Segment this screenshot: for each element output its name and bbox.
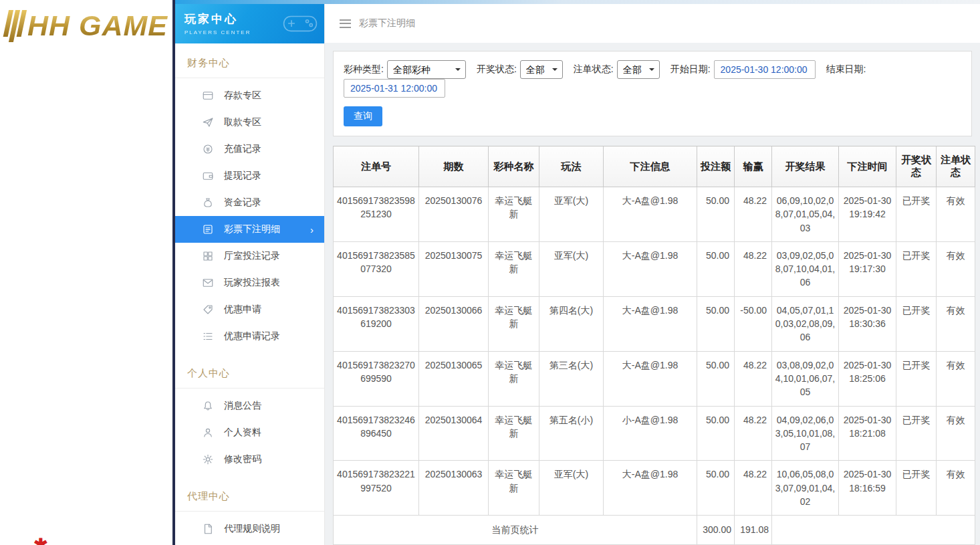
cell-play: 第三名(大): [539, 351, 604, 406]
cell-draw_status: 已开奖: [896, 187, 937, 242]
cell-win_loss: -50.00: [735, 296, 772, 351]
sidebar-item-recharge-record[interactable]: 充值记录: [175, 136, 324, 162]
sidebar-item-player-report[interactable]: 玩家投注报表: [175, 269, 324, 296]
sidebar-item-withdraw-send[interactable]: 取款专区: [175, 109, 324, 136]
sidebar-item-cashout-record[interactable]: 提现记录: [175, 162, 324, 189]
sidebar-header: 玩家中心 PLAYERS CENTER: [175, 4, 324, 43]
recharge-record-icon: [202, 143, 214, 155]
cell-lottery_name: 幸运飞艇新: [489, 406, 539, 461]
sidebar-item-announcement-bell[interactable]: 消息公告: [175, 393, 324, 419]
summary-bet-amount: 300.00: [697, 516, 735, 544]
cell-bet_info: 大-A盘@1.98: [604, 296, 697, 351]
end-date-input[interactable]: [344, 79, 445, 98]
sidebar-item-profile-person[interactable]: 个人资料: [175, 419, 324, 446]
main-content: 彩票下注明细 彩种类型: 全部彩种 开奖状态: 全部 注单状态: 全部 开始日期…: [325, 4, 980, 545]
menu-toggle-icon[interactable]: [340, 19, 351, 28]
start-date-input[interactable]: [714, 60, 816, 79]
cell-draw_result: 04,05,07,01,10,03,02,08,09,06: [772, 296, 839, 351]
lottery-type-label: 彩种类型:: [344, 64, 384, 76]
cell-order_no: 401569173823270699590: [334, 351, 419, 406]
cell-period: 20250130064: [419, 406, 489, 461]
sidebar-item-label: 代理规则说明: [224, 523, 280, 535]
cell-draw_result: 03,08,09,02,04,10,01,06,07,05: [772, 351, 839, 406]
sidebar-item-label: 修改密码: [224, 453, 261, 465]
table-row: 40156917382330361920020250130066幸运飞艇新第四名…: [334, 296, 975, 351]
draw-status-label: 开奖状态:: [477, 64, 517, 76]
cell-bet_time: 2025-01-30 18:16:59: [839, 461, 896, 516]
sidebar-item-promo-apply[interactable]: 优惠申请: [175, 296, 324, 323]
sidebar-item-room-bets[interactable]: 厅室投注记录: [175, 243, 324, 269]
section-title: 代理中心: [175, 477, 324, 512]
bottom-left-red-icon: ✱: [33, 535, 48, 545]
cell-bet_time: 2025-01-30 18:30:36: [839, 296, 896, 351]
lottery-type-select[interactable]: 全部彩种: [387, 60, 466, 79]
cell-lottery_name: 幸运飞艇新: [489, 187, 539, 242]
cell-order_status: 有效: [937, 187, 975, 242]
table-row: 40156917382324689645020250130064幸运飞艇新第五名…: [334, 406, 975, 461]
summary-row: 当前页统计300.00191.08: [334, 516, 975, 544]
sidebar-item-promo-record[interactable]: 优惠申请记录: [175, 323, 324, 350]
col-header-period: 期数: [419, 146, 489, 187]
draw-status-select[interactable]: 全部: [520, 60, 563, 79]
cell-bet_info: 大-A盘@1.98: [604, 187, 697, 242]
sidebar-item-agent-rules-doc[interactable]: 代理规则说明: [175, 516, 324, 542]
search-button[interactable]: 查询: [344, 106, 382, 126]
player-report-icon: [202, 277, 214, 289]
summary-label: 当前页统计: [334, 516, 697, 544]
cell-lottery_name: 幸运飞艇新: [489, 351, 539, 406]
cell-order_no: 401569173823303619200: [334, 296, 419, 351]
cell-lottery_name: 幸运飞艇新: [489, 461, 539, 516]
profile-person-icon: [202, 427, 214, 439]
cell-bet_amount: 50.00: [697, 241, 735, 296]
announcement-bell-icon: [202, 400, 214, 412]
col-header-draw_result: 开奖结果: [772, 146, 839, 187]
sidebar-item-funds-record[interactable]: 资金记录: [175, 189, 324, 216]
sidebar-item-label: 彩票下注明细: [224, 223, 280, 235]
sidebar-item-label: 消息公告: [224, 400, 261, 412]
col-header-win_loss: 输赢: [735, 146, 772, 187]
cell-draw_result: 10,06,05,08,03,07,09,01,04,02: [772, 461, 839, 516]
cell-order_no: 401569173823585077320: [334, 241, 419, 296]
cell-bet_info: 小-A盘@1.98: [604, 406, 697, 461]
sidebar-item-label: 优惠申请记录: [224, 330, 280, 342]
cell-order_no: 401569173823246896450: [334, 406, 419, 461]
sidebar-item-label: 存款专区: [224, 90, 261, 102]
gamepad-icon: [283, 11, 318, 35]
cell-win_loss: 48.22: [735, 406, 772, 461]
cell-order_status: 有效: [937, 296, 975, 351]
cell-bet_amount: 50.00: [697, 351, 735, 406]
order-status-label: 注单状态:: [574, 64, 614, 76]
table-row: 40156917382322199752020250130063幸运飞艇新亚军(…: [334, 461, 975, 516]
sidebar-item-label: 提现记录: [224, 170, 261, 182]
filter-panel: 彩种类型: 全部彩种 开奖状态: 全部 注单状态: 全部 开始日期: 结束日期:…: [333, 51, 972, 136]
order-status-select[interactable]: 全部: [617, 60, 660, 79]
bet-table: 注单号期数彩种名称玩法下注信息投注额输赢开奖结果下注时间开奖状态注单状态 401…: [333, 146, 975, 545]
logo-bars-icon: [2, 10, 27, 42]
sidebar-item-password-gear[interactable]: 修改密码: [175, 446, 324, 473]
sidebar-item-bank-card[interactable]: 存款专区: [175, 82, 324, 109]
summary-win-loss: 191.08: [735, 516, 772, 544]
logo-text: HH GAME: [27, 9, 168, 42]
table-row: 40156917382327069959020250130065幸运飞艇新第三名…: [334, 351, 975, 406]
sidebar-item-lottery-bets[interactable]: 彩票下注明细›: [175, 216, 324, 243]
cell-draw_status: 已开奖: [896, 461, 937, 516]
sidebar-item-agent-team-book[interactable]: 代理团队统计: [175, 542, 324, 545]
cell-period: 20250130063: [419, 461, 489, 516]
cell-bet_time: 2025-01-30 19:17:30: [839, 241, 896, 296]
page-title: 彩票下注明细: [359, 17, 415, 29]
cell-bet_amount: 50.00: [697, 406, 735, 461]
password-gear-icon: [202, 453, 214, 465]
cell-draw_status: 已开奖: [896, 406, 937, 461]
cell-draw_result: 03,09,02,05,08,07,10,04,01,06: [772, 241, 839, 296]
sidebar-item-label: 厅室投注记录: [224, 250, 280, 262]
cell-bet_info: 大-A盘@1.98: [604, 351, 697, 406]
cell-order_status: 有效: [937, 241, 975, 296]
promo-apply-icon: [202, 304, 214, 316]
cell-bet_time: 2025-01-30 19:19:42: [839, 187, 896, 242]
chevron-right-icon: ›: [310, 224, 314, 235]
cell-play: 亚军(大): [539, 187, 604, 242]
lottery-bets-icon: [202, 223, 214, 235]
cell-play: 亚军(大): [539, 461, 604, 516]
section-title: 个人中心: [175, 354, 324, 389]
cell-bet_amount: 50.00: [697, 187, 735, 242]
